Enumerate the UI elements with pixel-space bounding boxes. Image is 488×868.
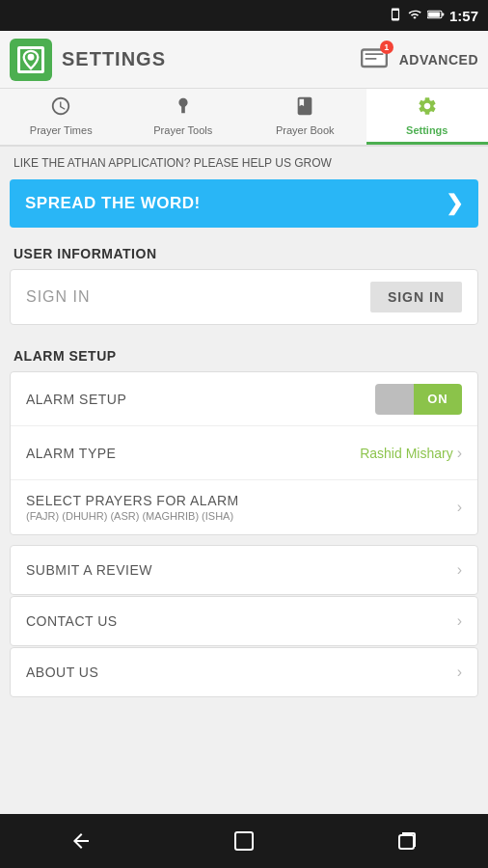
book-icon [294,95,315,122]
app-logo-inner [17,46,44,73]
about-us-chevron-icon: › [457,664,462,681]
nav-home-button[interactable] [220,822,268,860]
notification-badge: 1 [380,41,393,54]
alarm-type-value: Rashid Mishary [360,446,452,461]
battery-icon [427,9,445,23]
gear-icon [417,95,438,122]
alarm-setup-card: ALARM SETUP ON ALARM TYPE Rashid Mishary… [10,371,478,535]
alarm-setup-label: ALARM SETUP [26,392,126,407]
select-prayers-content: SELECT PRAYERS FOR ALARM (FAJR) (DHUHR) … [26,493,239,522]
promo-button[interactable]: SPREAD THE WORD! ❯ [10,179,478,228]
promo-chevron-icon: ❯ [446,191,463,216]
nav-recents-button[interactable] [383,822,431,860]
submit-review-chevron-icon: › [457,561,462,579]
toggle-track: ON [375,384,462,415]
tab-prayer-tools-label: Prayer Tools [153,124,212,136]
alarm-type-label: ALARM TYPE [26,446,116,461]
nav-back-button[interactable] [57,822,105,860]
alarm-setup-section-title: ALARM SETUP [0,335,488,371]
about-us-label: ABOUT US [26,665,98,680]
promo-button-text: SPREAD THE WORD! [25,194,201,213]
app-title: SETTINGS [62,48,357,70]
tab-settings[interactable]: Settings [366,89,489,145]
tab-settings-label: Settings [406,124,447,136]
status-time: 1:57 [449,8,478,24]
submit-review-label: SUBMIT A REVIEW [26,562,152,578]
contact-us-chevron-icon: › [457,612,462,630]
toggle-on-text: ON [427,392,448,406]
app-logo [10,39,52,81]
user-info-card: SIGN IN SIGN IN [10,269,478,325]
svg-point-3 [29,54,34,59]
tab-prayer-times-label: Prayer Times [30,124,93,136]
advanced-section: 1 ADVANCED [357,42,478,77]
about-us-row[interactable]: ABOUT US › [10,647,478,697]
advanced-label: ADVANCED [399,52,478,68]
app-header: SETTINGS 1 ADVANCED [0,31,488,89]
toggle-on: ON [414,384,462,415]
select-prayers-row[interactable]: SELECT PRAYERS FOR ALARM (FAJR) (DHUHR) … [11,480,477,534]
main-content: LIKE THE ATHAN APPLICATION? PLEASE HELP … [0,147,488,814]
sign-in-row: SIGN IN SIGN IN [11,270,477,324]
phone-icon [389,8,402,24]
alarm-setup-toggle-row[interactable]: ALARM SETUP ON [11,372,477,426]
select-prayers-chevron-icon: › [457,499,462,516]
tab-bar: Prayer Times Prayer Tools Prayer Book Se… [0,89,488,147]
alarm-toggle[interactable]: ON [375,384,462,415]
toggle-off [375,384,414,415]
select-prayers-label: SELECT PRAYERS FOR ALARM [26,493,239,508]
status-icons: 1:57 [389,8,478,24]
select-prayers-sub: (FAJR) (DHUHR) (ASR) (MAGHRIB) (ISHA) [26,510,239,522]
alarm-type-value-wrapper: Rashid Mishary › [360,445,462,462]
alarm-type-row[interactable]: ALARM TYPE Rashid Mishary › [11,426,477,480]
svg-rect-6 [399,835,414,849]
sign-in-label: SIGN IN [26,288,91,306]
tab-prayer-book[interactable]: Prayer Book [244,89,366,145]
nav-bar [0,814,488,868]
contact-us-label: CONTACT US [26,613,118,629]
user-info-section-title: USER INFORMATION [0,232,488,269]
status-bar: 1:57 [0,0,488,31]
tab-prayer-tools[interactable]: Prayer Tools [122,89,245,145]
svg-rect-5 [235,832,253,850]
sign-in-button[interactable]: SIGN IN [370,282,462,312]
promo-text: LIKE THE ATHAN APPLICATION? PLEASE HELP … [0,147,488,175]
wifi-icon [407,8,422,24]
tab-prayer-book-label: Prayer Book [276,124,335,136]
contact-us-row[interactable]: CONTACT US › [10,596,478,646]
tools-icon [173,95,194,122]
svg-rect-2 [428,12,440,16]
clock-icon [50,95,71,122]
message-icon-wrapper[interactable]: 1 [357,42,392,77]
bottom-cards: SUBMIT A REVIEW › CONTACT US › ABOUT US … [0,545,488,697]
tab-prayer-times[interactable]: Prayer Times [0,89,122,145]
svg-rect-1 [442,13,444,15]
alarm-type-chevron-icon: › [457,445,462,462]
submit-review-row[interactable]: SUBMIT A REVIEW › [10,545,478,595]
